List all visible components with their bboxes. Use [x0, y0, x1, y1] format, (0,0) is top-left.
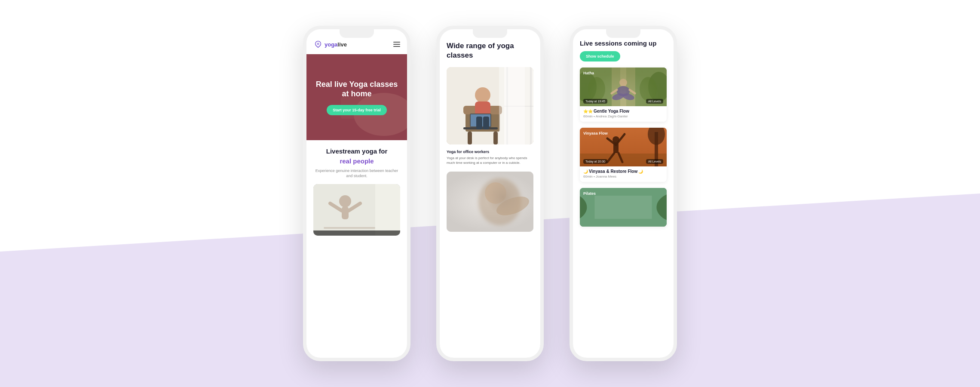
- svg-point-53: [648, 128, 665, 145]
- chair-figure: [447, 67, 533, 144]
- session-duration-vinyasa: 60min: [583, 175, 593, 178]
- session-time-vinyasa: Today at 20:00: [583, 159, 607, 164]
- logo-text: yogalive: [325, 41, 347, 48]
- svg-rect-23: [493, 132, 498, 144]
- phone-1: yogalive: [303, 26, 410, 361]
- svg-point-34: [485, 182, 506, 204]
- svg-line-57: [616, 134, 625, 145]
- svg-point-43: [619, 79, 627, 86]
- session-category-pilates: Pilates: [583, 191, 596, 196]
- phone-1-notch: [340, 29, 374, 38]
- svg-line-45: [612, 90, 617, 93]
- phone-1-hero: Real live Yoga classes at home Start you…: [306, 54, 407, 140]
- logo: yogalive: [313, 40, 347, 49]
- svg-rect-63: [594, 196, 652, 219]
- svg-point-48: [622, 92, 635, 101]
- moon-icon-right: 🌙: [638, 169, 643, 174]
- svg-point-33: [478, 178, 521, 225]
- session-name-vinyasa: 🌙 Vinyasa & Restore Flow 🌙: [583, 169, 663, 174]
- phone-2-section-description: Yoga at your desk is perfect for anybody…: [447, 156, 533, 165]
- svg-point-41: [588, 77, 605, 101]
- svg-rect-55: [613, 142, 619, 153]
- svg-line-58: [607, 153, 614, 162]
- phone-2: Wide range of yoga classes: [436, 26, 544, 361]
- svg-line-59: [619, 153, 622, 162]
- svg-point-47: [612, 92, 625, 101]
- svg-rect-30: [483, 117, 489, 129]
- phone-1-body: Livestream yoga for real people Experien…: [306, 140, 407, 358]
- session-image-vinyasa: Vinyasa Flow Today at 20:00 All Levels: [580, 128, 667, 166]
- session-category-vinyasa: Vinyasa Flow: [583, 131, 608, 135]
- session-teacher-hatha: Andrea Zaghi-Ganter: [596, 114, 628, 118]
- session-info-vinyasa: 🌙 Vinyasa & Restore Flow 🌙 60min • Joann…: [580, 166, 667, 182]
- phone-3-title: Live sessions coming up: [580, 40, 667, 47]
- phone-2-image-2: [447, 172, 533, 232]
- session-card-pilates: Pilates: [580, 188, 667, 227]
- svg-rect-7: [375, 184, 400, 236]
- hamburger-menu[interactable]: [393, 42, 400, 47]
- session-teacher-vinyasa: Joanna Mees: [596, 175, 616, 178]
- phone-3-screen: Live sessions coming up Show schedule: [573, 29, 674, 358]
- session-time-hatha: Today at 19:45: [583, 99, 607, 104]
- phone-2-notch: [473, 29, 507, 38]
- tagline-line2: real people: [313, 157, 400, 165]
- svg-point-42: [640, 77, 657, 101]
- session-info-hatha: ⭐⭐ Gentle Yoga Flow 60min • Andrea Zaghi…: [580, 106, 667, 122]
- svg-rect-12: [324, 227, 375, 229]
- svg-line-56: [607, 138, 616, 145]
- phones-container: yogalive: [0, 0, 980, 387]
- phone-2-content: Wide range of yoga classes: [440, 29, 540, 239]
- show-schedule-button[interactable]: Show schedule: [580, 51, 620, 61]
- tagline-line1: Livestream yoga for: [313, 147, 400, 156]
- phone-3-notch: [606, 29, 640, 38]
- svg-point-24: [475, 87, 490, 103]
- session-card-vinyasa: Vinyasa Flow Today at 20:00 All Levels 🌙…: [580, 128, 667, 182]
- session-image-hatha: Hatha Today at 19:45 All Levels: [580, 68, 667, 106]
- phone-1-content: yogalive: [306, 29, 407, 358]
- preview-svg: [313, 184, 400, 236]
- session-name-hatha: ⭐⭐ Gentle Yoga Flow: [583, 109, 663, 114]
- phone-2-section-label: Yoga for office workers: [447, 150, 533, 154]
- tagline-description: Experience genuine interaction between t…: [313, 168, 400, 179]
- svg-rect-19: [504, 106, 533, 107]
- session-image-pilates: Pilates: [580, 188, 667, 227]
- moon-icon-left: 🌙: [583, 169, 588, 174]
- hero-overlay: Real live Yoga classes at home Start you…: [306, 54, 407, 140]
- phone-3-content: Live sessions coming up Show schedule: [573, 29, 674, 240]
- session-category-hatha: Hatha: [583, 71, 594, 75]
- logo-icon: [313, 40, 323, 49]
- svg-rect-13: [313, 230, 400, 236]
- svg-rect-37: [612, 68, 635, 106]
- svg-point-54: [612, 136, 619, 143]
- phone-1-preview-image: [313, 184, 400, 236]
- phone-1-screen: yogalive: [306, 29, 407, 358]
- phone-2-image-1: [447, 67, 533, 144]
- phone-2-image-2-inner: [447, 172, 533, 232]
- phone-3: Live sessions coming up Show schedule: [570, 26, 677, 361]
- session-level-hatha: All Levels: [646, 99, 663, 104]
- star-icon-1: ⭐⭐: [583, 109, 593, 114]
- preview-image-inner: [313, 184, 400, 236]
- session-duration-hatha: 60min: [583, 114, 593, 118]
- svg-point-40: [648, 72, 667, 102]
- phone-2-title: Wide range of yoga classes: [447, 41, 533, 60]
- session-meta-vinyasa: 60min • Joanna Mees: [583, 175, 663, 178]
- session-card-hatha: Hatha Today at 19:45 All Levels ⭐⭐ Gentl…: [580, 68, 667, 122]
- svg-point-8: [339, 195, 351, 207]
- office-yoga-svg: [447, 67, 533, 144]
- svg-rect-29: [476, 117, 482, 129]
- svg-rect-17: [506, 67, 508, 144]
- svg-line-46: [630, 90, 635, 93]
- session-title-vinyasa: Vinyasa & Restore Flow: [589, 169, 637, 174]
- svg-rect-38: [620, 68, 626, 106]
- svg-point-44: [617, 86, 630, 96]
- hero-cta-button[interactable]: Start your 15-day free trial: [327, 105, 387, 115]
- blurry-person-svg: [447, 172, 533, 232]
- phone-2-screen: Wide range of yoga classes: [440, 29, 540, 358]
- svg-rect-9: [342, 206, 349, 219]
- svg-rect-22: [468, 132, 472, 144]
- svg-point-39: [580, 72, 597, 102]
- session-meta-hatha: 60min • Andrea Zaghi-Ganter: [583, 114, 663, 118]
- svg-point-0: [317, 43, 319, 45]
- session-title-hatha: Gentle Yoga Flow: [594, 109, 629, 114]
